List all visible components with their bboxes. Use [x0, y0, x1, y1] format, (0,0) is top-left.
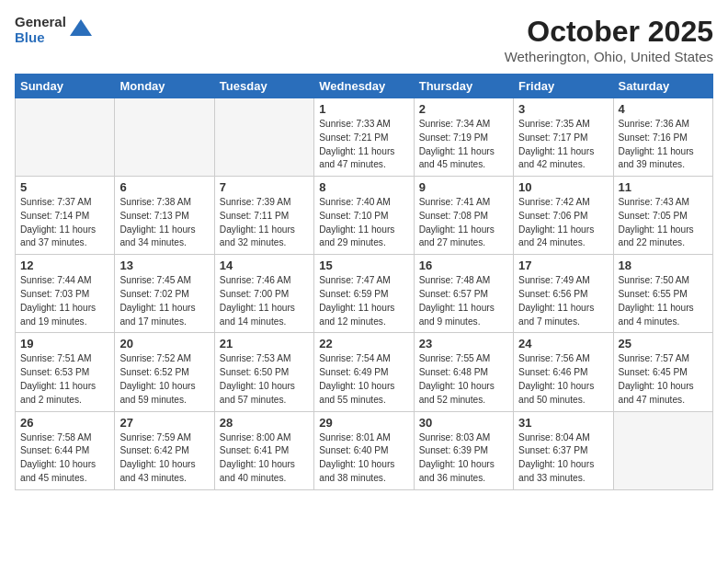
day-number: 28: [220, 416, 309, 430]
calendar-cell: 13Sunrise: 7:45 AMSunset: 7:02 PMDayligh…: [115, 255, 214, 333]
day-number: 8: [319, 180, 408, 194]
day-number: 20: [119, 337, 209, 350]
calendar-cell: 2Sunrise: 7:34 AMSunset: 7:19 PMDaylight…: [414, 98, 513, 177]
day-header-wednesday: Wednesday: [314, 75, 414, 98]
day-number: 26: [20, 416, 109, 430]
day-number: 29: [319, 416, 408, 430]
day-number: 21: [220, 337, 309, 350]
calendar-cell: [613, 411, 712, 489]
day-number: 22: [319, 337, 408, 350]
calendar-week-3: 12Sunrise: 7:44 AMSunset: 7:03 PMDayligh…: [16, 255, 713, 333]
location: Wetherington, Ohio, United States: [505, 49, 713, 64]
calendar-cell: 21Sunrise: 7:53 AMSunset: 6:50 PMDayligh…: [214, 333, 313, 411]
logo-line2: Blue: [15, 30, 66, 46]
month-title: October 2025: [505, 15, 713, 49]
day-number: 10: [518, 180, 608, 194]
day-info: Sunrise: 7:57 AMSunset: 6:45 PMDaylight:…: [619, 352, 708, 407]
day-number: 27: [119, 416, 209, 430]
day-info: Sunrise: 8:00 AMSunset: 6:41 PMDaylight:…: [220, 431, 309, 486]
title-block: October 2025 Wetherington, Ohio, United …: [505, 15, 713, 64]
calendar-cell: 25Sunrise: 7:57 AMSunset: 6:45 PMDayligh…: [613, 333, 712, 411]
day-info: Sunrise: 7:48 AMSunset: 6:57 PMDaylight:…: [419, 274, 508, 328]
day-info: Sunrise: 7:45 AMSunset: 7:02 PMDaylight:…: [119, 274, 209, 328]
calendar-cell: 30Sunrise: 8:03 AMSunset: 6:39 PMDayligh…: [414, 411, 513, 489]
calendar-table: SundayMondayTuesdayWednesdayThursdayFrid…: [15, 74, 713, 490]
day-number: 7: [220, 180, 309, 194]
calendar-cell: 17Sunrise: 7:49 AMSunset: 6:56 PMDayligh…: [514, 255, 613, 333]
calendar-cell: 28Sunrise: 8:00 AMSunset: 6:41 PMDayligh…: [214, 411, 313, 489]
calendar-cell: 26Sunrise: 7:58 AMSunset: 6:44 PMDayligh…: [16, 411, 115, 489]
day-number: 6: [119, 180, 209, 194]
day-header-monday: Monday: [115, 75, 214, 98]
day-info: Sunrise: 7:44 AMSunset: 7:03 PMDaylight:…: [20, 274, 109, 328]
day-info: Sunrise: 7:55 AMSunset: 6:48 PMDaylight:…: [419, 352, 508, 407]
day-info: Sunrise: 7:43 AMSunset: 7:05 PMDaylight:…: [619, 196, 708, 250]
day-info: Sunrise: 8:04 AMSunset: 6:37 PMDaylight:…: [518, 431, 608, 486]
day-header-saturday: Saturday: [613, 75, 712, 98]
day-info: Sunrise: 7:34 AMSunset: 7:19 PMDaylight:…: [419, 118, 508, 172]
day-header-friday: Friday: [514, 75, 613, 98]
day-number: 15: [319, 259, 408, 272]
calendar-cell: 10Sunrise: 7:42 AMSunset: 7:06 PMDayligh…: [514, 177, 613, 255]
day-number: 19: [20, 337, 109, 350]
day-info: Sunrise: 7:51 AMSunset: 6:53 PMDaylight:…: [20, 352, 109, 407]
calendar-cell: 12Sunrise: 7:44 AMSunset: 7:03 PMDayligh…: [16, 255, 115, 333]
day-info: Sunrise: 7:38 AMSunset: 7:13 PMDaylight:…: [119, 196, 209, 250]
calendar-cell: 20Sunrise: 7:52 AMSunset: 6:52 PMDayligh…: [115, 333, 214, 411]
page-header: General Blue October 2025 Wetherington, …: [15, 15, 713, 64]
day-number: 17: [518, 259, 608, 272]
calendar-cell: 18Sunrise: 7:50 AMSunset: 6:55 PMDayligh…: [613, 255, 712, 333]
day-info: Sunrise: 7:46 AMSunset: 7:00 PMDaylight:…: [220, 274, 309, 328]
day-info: Sunrise: 7:35 AMSunset: 7:17 PMDaylight:…: [518, 118, 608, 172]
day-info: Sunrise: 7:42 AMSunset: 7:06 PMDaylight:…: [518, 196, 608, 250]
day-number: 12: [20, 259, 109, 272]
calendar-cell: 24Sunrise: 7:56 AMSunset: 6:46 PMDayligh…: [514, 333, 613, 411]
day-info: Sunrise: 7:40 AMSunset: 7:10 PMDaylight:…: [319, 196, 408, 250]
day-info: Sunrise: 7:37 AMSunset: 7:14 PMDaylight:…: [20, 196, 109, 250]
calendar-cell: 16Sunrise: 7:48 AMSunset: 6:57 PMDayligh…: [414, 255, 513, 333]
day-number: 4: [619, 102, 708, 116]
logo: General Blue: [15, 15, 94, 45]
day-info: Sunrise: 7:54 AMSunset: 6:49 PMDaylight:…: [319, 352, 408, 407]
day-number: 24: [518, 337, 608, 350]
day-info: Sunrise: 7:53 AMSunset: 6:50 PMDaylight:…: [220, 352, 309, 407]
calendar-cell: 29Sunrise: 8:01 AMSunset: 6:40 PMDayligh…: [314, 411, 414, 489]
calendar-cell: 11Sunrise: 7:43 AMSunset: 7:05 PMDayligh…: [613, 177, 712, 255]
calendar-cell: 31Sunrise: 8:04 AMSunset: 6:37 PMDayligh…: [514, 411, 613, 489]
calendar-cell: 3Sunrise: 7:35 AMSunset: 7:17 PMDaylight…: [514, 98, 613, 177]
calendar-cell: 5Sunrise: 7:37 AMSunset: 7:14 PMDaylight…: [16, 177, 115, 255]
calendar-cell: 22Sunrise: 7:54 AMSunset: 6:49 PMDayligh…: [314, 333, 414, 411]
day-info: Sunrise: 8:01 AMSunset: 6:40 PMDaylight:…: [319, 431, 408, 486]
calendar-cell: 8Sunrise: 7:40 AMSunset: 7:10 PMDaylight…: [314, 177, 414, 255]
day-number: 13: [119, 259, 209, 272]
day-header-tuesday: Tuesday: [214, 75, 313, 98]
calendar-cell: 6Sunrise: 7:38 AMSunset: 7:13 PMDaylight…: [115, 177, 214, 255]
day-info: Sunrise: 7:56 AMSunset: 6:46 PMDaylight:…: [518, 352, 608, 407]
logo-text: General Blue: [15, 15, 66, 45]
calendar-cell: [214, 98, 313, 177]
day-number: 16: [419, 259, 508, 272]
calendar-week-2: 5Sunrise: 7:37 AMSunset: 7:14 PMDaylight…: [16, 177, 713, 255]
day-number: 11: [619, 180, 708, 194]
calendar-cell: 9Sunrise: 7:41 AMSunset: 7:08 PMDaylight…: [414, 177, 513, 255]
day-number: 25: [619, 337, 708, 350]
day-number: 23: [419, 337, 508, 350]
svg-marker-0: [70, 19, 92, 36]
calendar-cell: 15Sunrise: 7:47 AMSunset: 6:59 PMDayligh…: [314, 255, 414, 333]
day-info: Sunrise: 7:33 AMSunset: 7:21 PMDaylight:…: [319, 118, 408, 172]
day-info: Sunrise: 7:39 AMSunset: 7:11 PMDaylight:…: [220, 196, 309, 250]
day-number: 14: [220, 259, 309, 272]
calendar-cell: [115, 98, 214, 177]
calendar-cell: 1Sunrise: 7:33 AMSunset: 7:21 PMDaylight…: [314, 98, 414, 177]
day-number: 2: [419, 102, 508, 116]
day-info: Sunrise: 7:59 AMSunset: 6:42 PMDaylight:…: [119, 431, 209, 486]
calendar-cell: 19Sunrise: 7:51 AMSunset: 6:53 PMDayligh…: [16, 333, 115, 411]
calendar-week-1: 1Sunrise: 7:33 AMSunset: 7:21 PMDaylight…: [16, 98, 713, 177]
day-info: Sunrise: 7:50 AMSunset: 6:55 PMDaylight:…: [619, 274, 708, 328]
day-header-thursday: Thursday: [414, 75, 513, 98]
day-info: Sunrise: 7:47 AMSunset: 6:59 PMDaylight:…: [319, 274, 408, 328]
calendar-header-row: SundayMondayTuesdayWednesdayThursdayFrid…: [16, 75, 713, 98]
day-number: 30: [419, 416, 508, 430]
day-info: Sunrise: 7:52 AMSunset: 6:52 PMDaylight:…: [119, 352, 209, 407]
calendar-week-4: 19Sunrise: 7:51 AMSunset: 6:53 PMDayligh…: [16, 333, 713, 411]
